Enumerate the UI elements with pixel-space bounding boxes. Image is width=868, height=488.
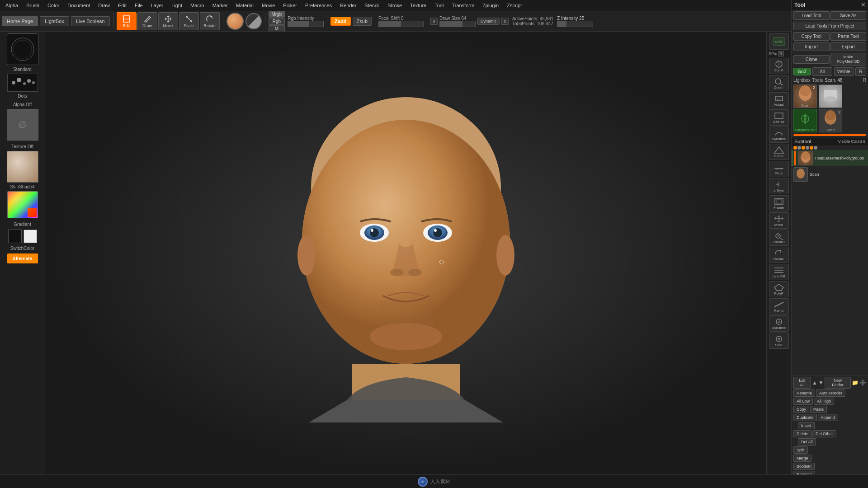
texture-label[interactable]: Texture Off xyxy=(11,144,33,149)
menu-preferences[interactable]: Preferences xyxy=(302,2,335,9)
new-folder-button[interactable]: New Folder xyxy=(825,377,851,389)
menu-render[interactable]: Render xyxy=(336,2,360,9)
z-intensity-slider[interactable] xyxy=(557,21,593,27)
list-all-button[interactable]: List All xyxy=(793,377,811,389)
zsub-button[interactable]: Zsub xyxy=(353,17,372,26)
tab-homepage[interactable]: Home Page xyxy=(2,16,38,26)
zoomo-button[interactable]: ZoomO xyxy=(769,230,789,246)
menu-texture[interactable]: Texture xyxy=(406,2,430,9)
lsym-button[interactable]: L.Sym xyxy=(769,178,789,194)
linefill-button[interactable]: Line Fill xyxy=(769,264,789,280)
menu-marker[interactable]: Marker xyxy=(209,2,231,9)
menu-document[interactable]: Document xyxy=(64,2,94,9)
menu-brush[interactable]: Brush xyxy=(23,2,43,9)
r2-label[interactable]: R xyxy=(863,78,866,83)
import-button[interactable]: Import xyxy=(793,42,830,51)
tools-label[interactable]: Tools xyxy=(812,78,823,83)
move-button[interactable]: Move xyxy=(158,12,178,30)
menu-draw[interactable]: Draw xyxy=(94,2,113,9)
brush-preview[interactable] xyxy=(7,33,38,65)
copy-tool-button[interactable]: Copy Tool xyxy=(793,32,830,41)
s-button[interactable]: S xyxy=(430,18,438,25)
duplicate-button[interactable]: Duplicate xyxy=(793,414,817,421)
color-selector[interactable] xyxy=(245,13,262,29)
clone-button[interactable]: Clone xyxy=(793,55,830,64)
load-tools-from-project-button[interactable]: Load Tools From Project xyxy=(793,22,866,30)
auto-reorder-button[interactable]: AutoReorder xyxy=(816,389,845,397)
simplebrush-thumb[interactable]: SimpleBrush xyxy=(793,109,817,132)
rgb-intensity-slider[interactable] xyxy=(288,21,324,27)
viewport[interactable]: 人人素材 RRCG 人人素材 RRCG xyxy=(45,32,766,474)
menu-stencil[interactable]: Stencil xyxy=(361,2,383,9)
menu-picker[interactable]: Picker xyxy=(279,2,301,9)
material-sphere[interactable] xyxy=(226,13,244,30)
draw-size-slider[interactable] xyxy=(439,21,476,27)
menu-zscript[interactable]: Zscript xyxy=(503,2,525,9)
alternate-button[interactable]: Alternate xyxy=(7,253,38,263)
goz-button[interactable]: GoZ xyxy=(793,68,811,75)
vis-dot-1[interactable] xyxy=(793,146,797,150)
material-preview[interactable] xyxy=(7,151,38,183)
copy-button[interactable]: Copy xyxy=(793,406,809,413)
menu-material[interactable]: Material xyxy=(232,2,257,9)
scan2-thumb[interactable]: Scan 2 xyxy=(819,109,842,132)
list-up-icon[interactable]: ▲ xyxy=(812,380,817,386)
actual-button[interactable]: 1:1 Actual xyxy=(769,92,789,108)
all-button[interactable]: All xyxy=(812,67,832,76)
paste-button[interactable]: Paste xyxy=(810,406,827,413)
vis-dot-6[interactable] xyxy=(814,146,817,150)
dynamic-render-button[interactable]: Dynamic xyxy=(769,127,789,143)
m-toggle[interactable]: M xyxy=(269,25,285,32)
append-button[interactable]: Append xyxy=(818,414,838,421)
zadd-button[interactable]: Zadd xyxy=(330,17,350,26)
brush-label[interactable]: Standard xyxy=(13,67,32,72)
export-button[interactable]: Export xyxy=(830,42,867,51)
insert-button[interactable]: Insert xyxy=(798,422,815,429)
subtool-scan-item[interactable]: Scan xyxy=(792,166,868,183)
r-button[interactable]: R xyxy=(855,67,866,76)
all-low-button[interactable]: All Low xyxy=(793,398,813,405)
dots-brush[interactable] xyxy=(7,74,38,92)
floor-button[interactable]: Floor xyxy=(769,161,789,177)
merge-button[interactable]: Merge xyxy=(793,455,811,462)
menu-macro[interactable]: Macro xyxy=(187,2,208,9)
aahalf-button[interactable]: AAHalf xyxy=(769,109,789,126)
menu-zplugin[interactable]: Zplugin xyxy=(479,2,502,9)
menu-file[interactable]: File xyxy=(131,2,146,9)
make-polymesh3d-button[interactable]: Make PolyMesh3D xyxy=(830,53,867,66)
cylinder3d-thumb[interactable]: Cylinder3D xyxy=(819,84,842,108)
del-other-button[interactable]: Del Other xyxy=(812,430,836,437)
scale-button[interactable]: Scale xyxy=(179,12,199,30)
focal-shift-slider[interactable] xyxy=(378,21,424,27)
vis-dot-4[interactable] xyxy=(806,146,809,150)
dynamic-button[interactable]: Dynamic xyxy=(477,18,500,25)
menu-color[interactable]: Color xyxy=(44,2,63,9)
del-all-button[interactable]: Del All xyxy=(798,438,816,446)
bpr-button[interactable]: BPR xyxy=(769,33,789,50)
alpha-preview[interactable]: ∅ xyxy=(7,109,38,141)
vis-dot-3[interactable] xyxy=(802,146,805,150)
rename-button[interactable]: Rename xyxy=(793,389,815,397)
menu-tool[interactable]: Tool xyxy=(431,2,447,9)
list-down-icon[interactable]: ▼ xyxy=(818,380,824,386)
tab-live-boolean[interactable]: Live Boolean xyxy=(71,16,110,26)
persp-button[interactable]: Persp xyxy=(769,144,789,160)
delete-button[interactable]: Delete xyxy=(793,430,811,437)
rotate-button[interactable]: Rotate xyxy=(200,12,220,30)
dots-label[interactable]: Dots xyxy=(18,94,27,99)
draw-button[interactable]: Draw xyxy=(137,12,157,30)
scan-head-thumb[interactable]: 2 Scan xyxy=(793,84,817,108)
folder-add-icon[interactable]: ➕ xyxy=(859,380,866,386)
menu-stroke[interactable]: Stroke xyxy=(384,2,406,9)
spix-value[interactable]: 3 xyxy=(778,51,784,56)
paste-tool-button[interactable]: Paste Tool xyxy=(830,32,867,41)
polyf-button[interactable]: PolyF xyxy=(769,281,789,297)
lightbox-label[interactable]: Lightbox xyxy=(793,78,811,83)
menu-movie[interactable]: Movie xyxy=(258,2,278,9)
frame-button[interactable]: Frame xyxy=(769,195,789,211)
split-button[interactable]: Split xyxy=(793,446,808,454)
alpha-label[interactable]: Alpha Off xyxy=(13,102,32,107)
load-tool-button[interactable]: Load Tool xyxy=(793,11,830,20)
gradient-white[interactable] xyxy=(24,230,37,243)
vis-dot-2[interactable] xyxy=(797,146,801,150)
